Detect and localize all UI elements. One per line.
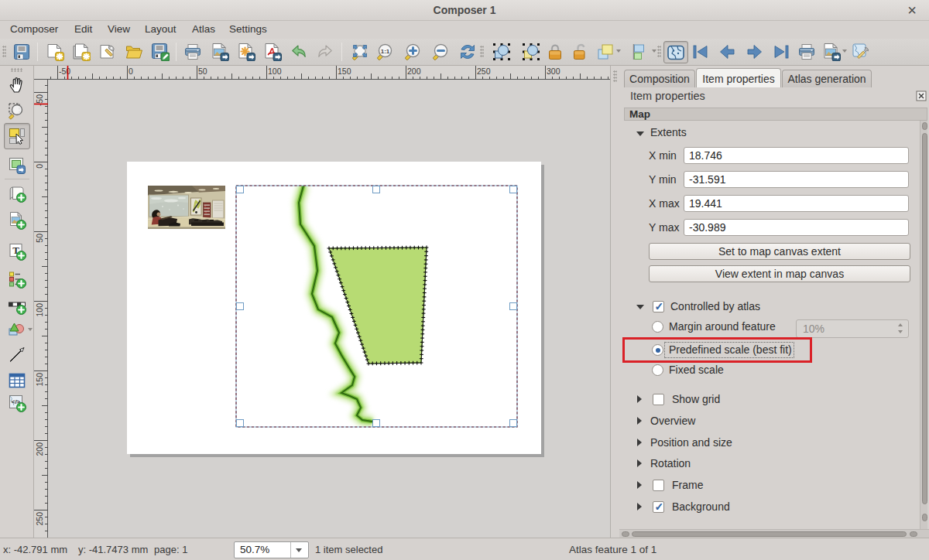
selection-handle-ne[interactable] xyxy=(509,186,517,193)
zoom-full-icon[interactable] xyxy=(351,43,369,61)
window-close-icon[interactable]: × xyxy=(905,2,919,18)
margin-around-feature-radio[interactable] xyxy=(652,321,663,333)
fixed-scale-radio[interactable] xyxy=(652,364,663,376)
pan-icon[interactable] xyxy=(8,76,26,94)
ymin-field[interactable]: -31.591 xyxy=(684,171,909,188)
redo-icon[interactable] xyxy=(316,43,334,61)
panel-horizontal-scrollbar[interactable] xyxy=(619,529,929,538)
margin-spinbox[interactable]: 10% xyxy=(796,319,909,338)
add-arrow-icon[interactable] xyxy=(8,345,26,364)
raise-items-icon[interactable] xyxy=(596,43,615,61)
background-collapse-icon[interactable] xyxy=(637,503,642,510)
add-scalebar-icon[interactable] xyxy=(8,296,26,315)
zoom-in-icon[interactable] xyxy=(403,43,422,61)
view-extent-button[interactable]: View extent in map canvas xyxy=(649,265,910,282)
tab-atlas-generation[interactable]: Atlas generation xyxy=(782,70,872,87)
atlas-first-icon[interactable] xyxy=(691,43,710,61)
align-items-dropdown-icon[interactable] xyxy=(652,50,656,53)
undo-icon[interactable] xyxy=(290,43,308,61)
print-atlas-icon[interactable] xyxy=(797,43,816,61)
scroll-right-nub[interactable] xyxy=(910,531,917,537)
scroll-up-nub[interactable] xyxy=(922,122,927,130)
save-as-icon[interactable] xyxy=(151,43,170,61)
menu-atlas[interactable]: Atlas xyxy=(192,23,215,35)
new-composition-icon[interactable] xyxy=(46,43,64,61)
set-to-canvas-extent-button[interactable]: Set to map canvas extent xyxy=(649,243,910,260)
export-atlas-icon[interactable] xyxy=(822,43,841,61)
panel-vertical-scrollbar[interactable] xyxy=(920,121,927,529)
export-atlas-dropdown-icon[interactable] xyxy=(842,50,847,53)
add-legend-icon[interactable] xyxy=(8,270,26,289)
selection-handle-e[interactable] xyxy=(509,302,517,310)
horizontal-scroll-thumb[interactable] xyxy=(632,531,907,537)
add-attribute-table-icon[interactable] xyxy=(8,371,26,390)
position-size-collapse-icon[interactable] xyxy=(637,439,642,446)
menu-view[interactable]: View xyxy=(108,23,130,35)
select-move-item-icon[interactable] xyxy=(8,127,26,145)
xmin-field[interactable]: 18.746 xyxy=(684,147,909,164)
rotation-collapse-icon[interactable] xyxy=(637,459,642,467)
export-svg-icon[interactable] xyxy=(237,43,255,61)
menu-edit[interactable]: Edit xyxy=(74,23,92,35)
show-grid-collapse-icon[interactable] xyxy=(637,395,642,403)
add-shape-dropdown-icon[interactable] xyxy=(28,328,33,331)
atlas-last-icon[interactable] xyxy=(772,43,790,61)
overview-collapse-icon[interactable] xyxy=(637,417,642,425)
ymax-field[interactable]: -30.989 xyxy=(684,219,909,236)
zoom-actual-icon[interactable]: 1:1 xyxy=(375,43,394,61)
atlas-settings-icon[interactable] xyxy=(852,43,870,61)
selection-handle-s[interactable] xyxy=(372,419,380,427)
photo-item[interactable] xyxy=(148,186,225,229)
zoom-combobox[interactable]: 50.7% xyxy=(234,541,309,558)
zoom-out-icon[interactable] xyxy=(431,43,450,61)
menu-settings[interactable]: Settings xyxy=(229,23,267,35)
export-image-icon[interactable] xyxy=(211,43,229,61)
scroll-left-nub[interactable] xyxy=(622,531,629,537)
extents-collapse-icon[interactable] xyxy=(636,131,644,136)
selection-handle-nw[interactable] xyxy=(236,186,244,193)
zoom-tool-icon[interactable] xyxy=(8,102,26,121)
menu-layout[interactable]: Layout xyxy=(145,23,177,35)
spinner-arrows-icon[interactable] xyxy=(898,323,904,336)
frame-checkbox[interactable] xyxy=(653,480,664,491)
selection-handle-w[interactable] xyxy=(236,302,244,310)
tab-composition[interactable]: Composition xyxy=(624,70,695,87)
show-grid-checkbox[interactable] xyxy=(653,394,664,405)
add-html-icon[interactable]: </> xyxy=(8,394,26,412)
selection-handle-n[interactable] xyxy=(372,186,380,193)
raise-items-dropdown-icon[interactable] xyxy=(616,50,621,53)
save-icon[interactable] xyxy=(12,43,31,61)
move-selection-icon[interactable] xyxy=(522,43,540,61)
add-label-icon[interactable]: T xyxy=(8,242,26,261)
atlas-next-icon[interactable] xyxy=(745,43,763,61)
zoom-to-selected-icon[interactable] xyxy=(492,43,511,61)
unlock-items-icon[interactable] xyxy=(571,43,589,61)
vertical-scroll-thumb[interactable] xyxy=(922,133,927,504)
export-pdf-icon[interactable] xyxy=(263,43,282,61)
atlas-collapse-icon[interactable] xyxy=(636,305,644,309)
print-icon[interactable] xyxy=(183,43,202,61)
add-map-icon[interactable] xyxy=(8,184,26,203)
scroll-down-nub[interactable] xyxy=(922,514,927,521)
add-shape-icon[interactable] xyxy=(8,320,26,339)
panel-close-icon[interactable] xyxy=(916,90,927,101)
composer-manager-icon[interactable] xyxy=(98,43,117,61)
move-item-content-icon[interactable] xyxy=(8,156,26,175)
selection-handle-se[interactable] xyxy=(509,419,517,427)
tab-item-properties[interactable]: Item properties xyxy=(696,68,781,87)
frame-collapse-icon[interactable] xyxy=(637,481,642,489)
lock-items-icon[interactable] xyxy=(546,43,564,61)
atlas-preview-button[interactable] xyxy=(663,41,688,63)
atlas-prev-icon[interactable] xyxy=(718,43,737,61)
background-checkbox[interactable]: ✓ xyxy=(653,501,664,513)
menu-composer[interactable]: Composer xyxy=(10,23,58,35)
selection-handle-sw[interactable] xyxy=(236,419,244,427)
open-icon[interactable] xyxy=(125,43,143,61)
refresh-icon[interactable] xyxy=(458,43,477,61)
map-item[interactable] xyxy=(236,186,517,427)
xmax-field[interactable]: 19.441 xyxy=(684,195,909,212)
align-items-icon[interactable] xyxy=(630,43,649,61)
controlled-by-atlas-checkbox[interactable]: ✓ xyxy=(653,301,664,312)
duplicate-composition-icon[interactable] xyxy=(72,43,91,61)
panel-splitter[interactable] xyxy=(611,66,619,538)
